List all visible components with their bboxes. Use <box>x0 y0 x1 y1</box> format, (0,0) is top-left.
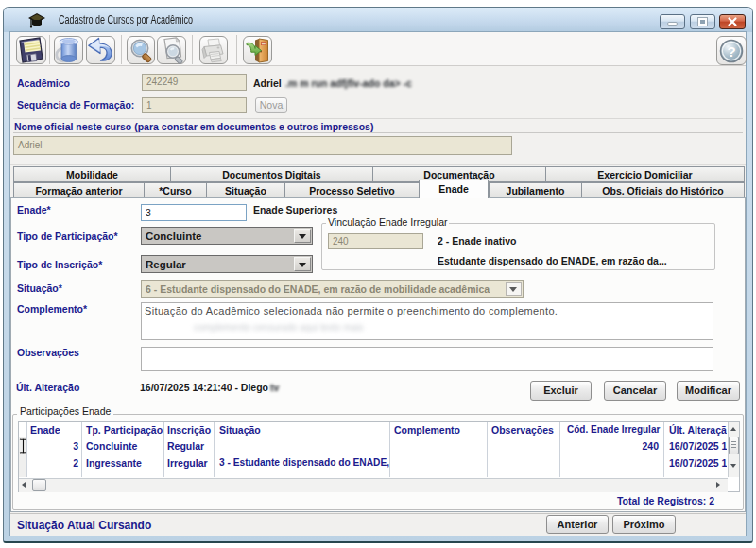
svg-text:?: ? <box>727 43 735 60</box>
